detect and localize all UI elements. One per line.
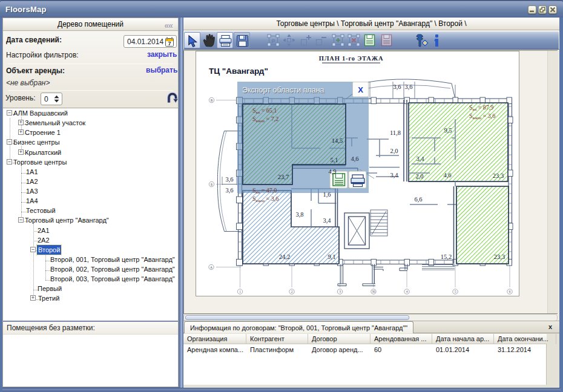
svg-text:14,5: 14,5 [332,137,343,144]
svg-text:ПЛАН 1-го ЭТАЖА: ПЛАН 1-го ЭТАЖА [319,55,384,62]
svg-text:2: 2 [291,290,293,293]
svg-text:3,8: 3,8 [295,211,303,218]
svg-text:9,1: 9,1 [328,253,335,260]
svg-text:А: А [210,266,212,269]
svg-text:2,0: 2,0 [415,173,423,180]
svg-text:9,5: 9,5 [444,127,452,134]
svg-text:23,3: 23,3 [493,172,504,179]
svg-text:24,2: 24,2 [279,253,290,260]
svg-text:7: 7 [168,41,171,47]
svg-text:1: 1 [239,290,241,293]
svg-text:3,6: 3,6 [225,176,233,183]
svg-text:6: 6 [509,290,511,293]
svg-text:4: 4 [406,290,408,293]
svg-text:P: P [271,38,275,44]
svg-text:Экспорт области плана: Экспорт области плана [242,86,324,94]
svg-text:23,7: 23,7 [278,174,289,180]
svg-text:3,6: 3,6 [225,187,233,194]
svg-text:4,6: 4,6 [351,155,358,162]
svg-text:3,4: 3,4 [390,172,398,178]
svg-text:3,4: 3,4 [416,155,424,162]
svg-text:Б: Б [211,183,212,186]
svg-text:3: 3 [339,290,341,293]
svg-text:В: В [211,99,213,102]
svg-text:3,6: 3,6 [404,83,412,90]
svg-text:3б: 3б [372,290,375,293]
svg-text:6,6: 6,6 [414,196,422,203]
svg-text:1,6: 1,6 [323,191,331,198]
svg-text:23,3: 23,3 [494,253,505,260]
svg-text:3,6: 3,6 [393,83,401,90]
svg-text:2,0: 2,0 [390,148,398,154]
svg-text:11,8: 11,8 [390,129,401,136]
svg-text:5,1: 5,1 [330,157,338,163]
svg-text:3,4: 3,4 [323,217,331,224]
svg-text:4,6: 4,6 [443,172,451,178]
svg-text:ТЦ "Авангард": ТЦ "Авангард" [209,67,268,76]
svg-text:15,2: 15,2 [441,253,452,260]
svg-text:4,9: 4,9 [328,168,336,175]
svg-text:5: 5 [455,290,456,293]
svg-text:X: X [358,85,363,94]
